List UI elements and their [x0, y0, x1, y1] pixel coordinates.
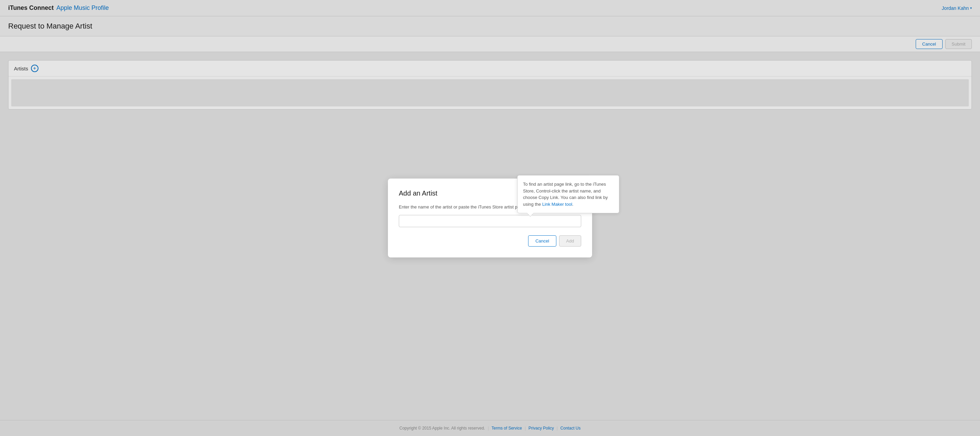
- modal-buttons: Cancel Add: [399, 235, 581, 247]
- add-artist-modal: To find an artist page link, go to the i…: [388, 179, 592, 257]
- modal-description-text: Enter the name of the artist or paste th…: [399, 205, 534, 209]
- link-maker-link[interactable]: Link Maker tool: [542, 202, 572, 207]
- modal-overlay: To find an artist page link, go to the i…: [0, 0, 980, 436]
- modal-add-button[interactable]: Add: [559, 235, 581, 247]
- artist-input[interactable]: [399, 215, 581, 227]
- tooltip-text-after: .: [572, 202, 574, 207]
- help-tooltip: To find an artist page link, go to the i…: [517, 175, 619, 213]
- modal-cancel-button[interactable]: Cancel: [528, 235, 556, 247]
